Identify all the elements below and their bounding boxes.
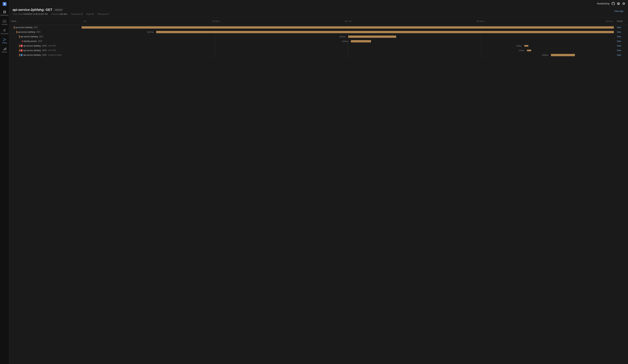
main-content: RookieShop api-service-2phfahg: GET 18db… [9, 0, 628, 364]
timeline-cell-7: 25.93ms [81, 53, 615, 57]
svg-rect-4 [3, 12, 4, 13]
svg-rect-6 [3, 20, 6, 22]
depth-label: Depth [86, 13, 91, 15]
th-details: Details [615, 17, 628, 25]
span-bar [81, 26, 614, 29]
resources-icon [3, 10, 6, 14]
svg-rect-5 [5, 12, 6, 13]
span-detail: postgresql shopdb [48, 54, 62, 56]
sidebar: Resources Console Structured Traces [0, 0, 9, 364]
collapse-button[interactable]: - [16, 36, 18, 38]
collapse-button[interactable]: - [14, 31, 16, 33]
view-span-link[interactable]: View [617, 54, 621, 56]
app-name: RookieShop [597, 2, 610, 5]
timeline-cell-6: 3.32ms [81, 48, 615, 53]
github-icon[interactable] [612, 2, 615, 5]
svg-line-15 [4, 40, 5, 41]
span-name: api-service-2phfahg [23, 54, 41, 56]
span-color-indicator [19, 54, 20, 56]
view-span-link[interactable]: View [617, 31, 621, 33]
duration-label: Duration [52, 13, 59, 15]
details-cell-6: View [615, 48, 628, 53]
span-name: api-service-2phfahg [18, 31, 35, 33]
timeline-cell-5: 3.18ms [81, 44, 615, 48]
collapse-button[interactable]: - [11, 26, 13, 28]
trace-table: Name 0μs153.85ms307.7ms461.55ms615.4ms D… [9, 17, 628, 57]
sidebar-item-console[interactable]: Console [0, 18, 9, 27]
details-cell-7: View [615, 53, 628, 57]
table-row: identity-serviceGET14.04msView [9, 39, 628, 44]
span-duration-label: 14.04ms [342, 40, 348, 42]
span-type: DATA [42, 45, 47, 47]
trace-detail-label: Trace detail [12, 13, 23, 15]
timeline-tick: 615.4ms [606, 20, 613, 22]
name-cell-3: -api-service-2phfahgGET [9, 34, 81, 39]
span-color-indicator [16, 31, 17, 33]
view-span-link[interactable]: View [617, 49, 621, 52]
resources-label: Resources [71, 13, 80, 15]
topbar: RookieShop [597, 0, 628, 7]
sidebar-item-structured[interactable]: Structured [0, 27, 9, 36]
span-method: GET [39, 35, 43, 38]
svg-point-11 [3, 38, 4, 39]
table-row: -api-service-2phfahgGET34.81msView [9, 34, 628, 39]
view-span-link[interactable]: View [617, 40, 621, 42]
help-icon[interactable] [617, 2, 620, 5]
svg-rect-2 [3, 11, 4, 12]
span-duration-label: 528.7ms [147, 31, 154, 33]
span-method: GET [36, 31, 41, 33]
timeline-cell-3: 34.81ms [81, 34, 615, 39]
timeline-tick: 461.55ms [476, 20, 484, 22]
table-header-row: Name 0μs153.85ms307.7ms461.55ms615.4ms D… [9, 17, 628, 25]
sidebar-item-label: Traces [2, 42, 7, 44]
settings-icon[interactable] [622, 2, 625, 5]
timeline-header: 0μs153.85ms307.7ms461.55ms615.4ms [83, 19, 613, 24]
svg-rect-10 [3, 31, 5, 31]
svg-line-14 [4, 39, 5, 40]
span-duration-label: 3.18ms [516, 45, 522, 47]
span-color-indicator [19, 45, 20, 47]
svg-point-12 [5, 39, 6, 40]
name-cell-1: -api-service-2phfahgGET [9, 25, 81, 30]
view-span-link[interactable]: View [617, 26, 621, 29]
meta-row: Trace detail 5/23/2024 12:28:15.007 AM D… [12, 13, 625, 15]
span-name: api-service-2phfahg [23, 49, 41, 52]
th-timeline: 0μs153.85ms307.7ms461.55ms615.4ms [81, 17, 615, 25]
name-cell-4: identity-serviceGET [9, 39, 81, 44]
name-cell-2: -api-service-2phfahgGET [9, 30, 81, 34]
sidebar-item-metrics[interactable]: Metrics [0, 45, 9, 55]
view-logs-button[interactable]: View logs [613, 9, 625, 13]
name-cell-6: Rapi-service-2phfahgDATAredis PING [9, 48, 81, 53]
details-cell-1: View [615, 25, 628, 30]
span-name: api-service-2phfahg [23, 45, 41, 47]
name-cell-5: Rapi-service-2phfahgDATAredis PING [9, 44, 81, 48]
view-span-link[interactable]: View [617, 45, 621, 47]
total-spans-value: 7 [108, 13, 109, 15]
sidebar-item-label: Structured [1, 33, 8, 35]
sidebar-item-resources[interactable]: Resources [0, 8, 9, 18]
span-method: GET [33, 26, 38, 28]
view-span-link[interactable]: View [617, 35, 621, 38]
table-row: Rapi-service-2phfahgDATAredis PING3.18ms… [9, 44, 628, 48]
resources-value: 2 [81, 13, 82, 15]
svg-point-13 [3, 40, 4, 41]
sidebar-item-label: Console [1, 23, 7, 25]
table-row: Rapi-service-2phfahgDATAredis PING3.32ms… [9, 48, 628, 53]
details-cell-4: View [615, 39, 628, 44]
span-name: api-service-2phfahg [20, 35, 38, 38]
redis-icon: R [20, 45, 23, 47]
trace-table-container: Name 0μs153.85ms307.7ms461.55ms615.4ms D… [9, 17, 628, 364]
svg-rect-17 [4, 49, 4, 50]
svg-rect-18 [5, 48, 5, 50]
svg-rect-8 [3, 29, 6, 30]
svg-rect-9 [3, 30, 5, 30]
span-type: DATA [42, 49, 47, 51]
total-spans-label: Total spans [97, 13, 107, 15]
span-bar [351, 40, 371, 42]
timeline-cell-2: 528.7ms [81, 30, 615, 34]
span-method: GET [38, 40, 43, 42]
page-header: api-service-2phfahg: GET 18db253 Trace d… [9, 0, 628, 17]
trace-tbody: -api-service-2phfahgGETView-api-service-… [9, 25, 628, 57]
sidebar-item-traces[interactable]: Traces [0, 36, 9, 45]
span-detail: redis PING [48, 45, 56, 47]
